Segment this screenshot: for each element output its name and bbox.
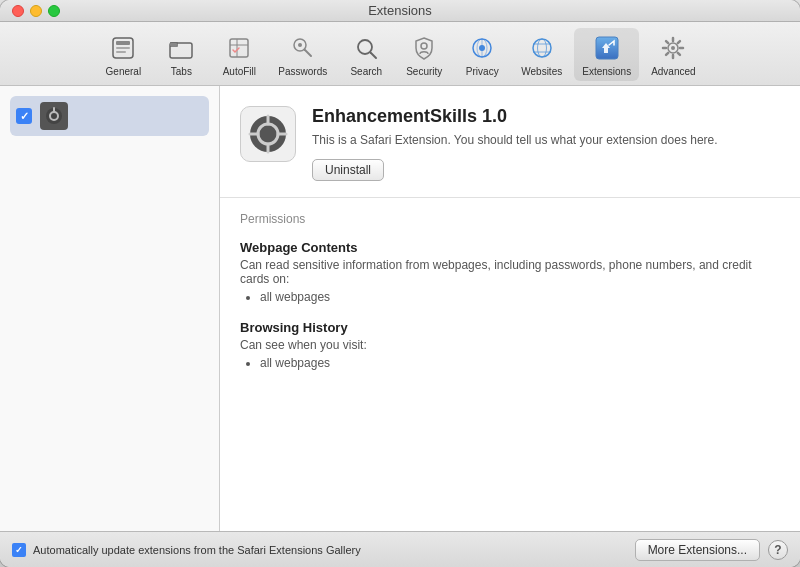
tab-extensions-label: Extensions (582, 66, 631, 77)
tab-extensions[interactable]: Extensions (574, 28, 639, 81)
svg-point-19 (533, 39, 551, 57)
svg-line-13 (371, 53, 377, 59)
perm-history-list: all webpages (240, 356, 780, 370)
tab-websites[interactable]: Websites (513, 28, 570, 81)
right-panel: EnhancementSkills 1.0 This is a Safari E… (220, 86, 800, 531)
tab-websites-label: Websites (521, 66, 562, 77)
minimize-button[interactable] (30, 5, 42, 17)
svg-rect-1 (116, 41, 130, 45)
tab-advanced[interactable]: Advanced (643, 28, 703, 81)
window-title: Extensions (368, 3, 432, 18)
perm-history-title: Browsing History (240, 320, 780, 335)
help-button[interactable]: ? (768, 540, 788, 560)
svg-point-20 (537, 39, 546, 57)
perm-group-history: Browsing History Can see when you visit:… (240, 320, 780, 370)
tab-tabs[interactable]: Tabs (154, 28, 208, 81)
security-icon (408, 32, 440, 64)
svg-point-11 (298, 43, 302, 47)
tab-passwords[interactable]: Passwords (270, 28, 335, 81)
svg-line-29 (678, 53, 680, 55)
extension-checkbox[interactable]: ✓ (16, 108, 32, 124)
svg-line-31 (666, 53, 668, 55)
svg-rect-5 (170, 43, 177, 46)
window-controls (12, 5, 60, 17)
auto-update-label: Automatically update extensions from the… (33, 544, 361, 556)
perm-webpage-title: Webpage Contents (240, 240, 780, 255)
tab-search[interactable]: Search (339, 28, 393, 81)
svg-line-28 (666, 41, 668, 43)
perm-webpage-desc: Can read sensitive information from webp… (240, 258, 780, 286)
tab-autofill[interactable]: AutoFill (212, 28, 266, 81)
passwords-icon (287, 32, 319, 64)
extensions-icon (591, 32, 623, 64)
tab-search-label: Search (350, 66, 382, 77)
perm-webpage-list: all webpages (240, 290, 780, 304)
tab-tabs-label: Tabs (171, 66, 192, 77)
main-content: ✓ (0, 86, 800, 531)
perm-history-desc: Can see when you visit: (240, 338, 780, 352)
extension-info: EnhancementSkills 1.0 This is a Safari E… (312, 106, 780, 181)
bottom-left: ✓ Automatically update extensions from t… (12, 543, 361, 557)
search-icon (350, 32, 382, 64)
advanced-icon (657, 32, 689, 64)
uninstall-button[interactable]: Uninstall (312, 159, 384, 181)
tab-general-label: General (106, 66, 142, 77)
extension-name: EnhancementSkills 1.0 (312, 106, 780, 127)
tab-privacy-label: Privacy (466, 66, 499, 77)
tab-privacy[interactable]: Privacy (455, 28, 509, 81)
websites-icon (526, 32, 558, 64)
svg-point-14 (421, 43, 427, 49)
tab-autofill-label: AutoFill (223, 66, 256, 77)
autofill-icon (223, 32, 255, 64)
maximize-button[interactable] (48, 5, 60, 17)
extension-header: EnhancementSkills 1.0 This is a Safari E… (220, 86, 800, 198)
bottom-right: More Extensions... ? (635, 539, 788, 561)
tab-general[interactable]: General (96, 28, 150, 81)
list-item[interactable]: ✓ (10, 96, 209, 136)
auto-update-checkbox[interactable]: ✓ (12, 543, 26, 557)
extension-description: This is a Safari Extension. You should t… (312, 131, 780, 149)
extension-icon-large (240, 106, 296, 162)
tab-security[interactable]: Security (397, 28, 451, 81)
general-icon (107, 32, 139, 64)
tab-security-label: Security (406, 66, 442, 77)
close-button[interactable] (12, 5, 24, 17)
toolbar: General Tabs Auto (0, 22, 800, 86)
svg-rect-3 (116, 51, 126, 53)
svg-rect-2 (116, 47, 130, 49)
preferences-window: Extensions General (0, 0, 800, 567)
bottom-bar: ✓ Automatically update extensions from t… (0, 531, 800, 567)
left-panel: ✓ (0, 86, 220, 531)
svg-point-23 (671, 46, 675, 50)
extension-icon-small (40, 102, 68, 130)
title-bar: Extensions (0, 0, 800, 22)
perm-group-webpage: Webpage Contents Can read sensitive info… (240, 240, 780, 304)
permissions-section: Permissions Webpage Contents Can read se… (220, 198, 800, 400)
list-item: all webpages (260, 356, 780, 370)
tab-passwords-label: Passwords (278, 66, 327, 77)
tab-advanced-label: Advanced (651, 66, 695, 77)
list-item: all webpages (260, 290, 780, 304)
more-extensions-button[interactable]: More Extensions... (635, 539, 760, 561)
svg-line-10 (304, 50, 311, 57)
tabs-icon (165, 32, 197, 64)
svg-line-30 (678, 41, 680, 43)
privacy-icon (466, 32, 498, 64)
permissions-title: Permissions (240, 212, 780, 226)
